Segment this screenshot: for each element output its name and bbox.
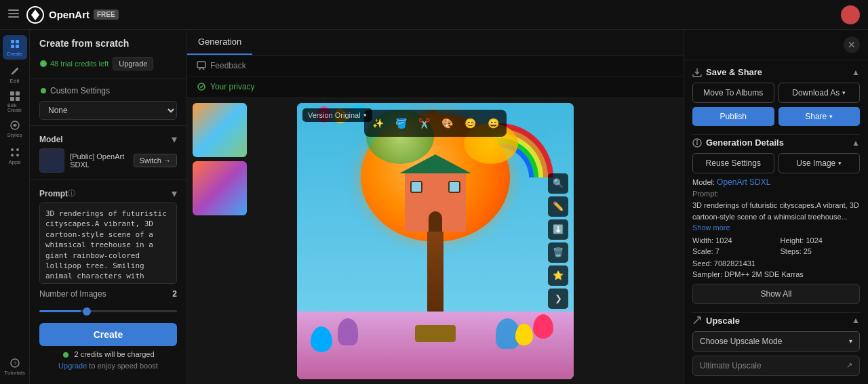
divider-3 (30, 179, 186, 180)
delete-btn[interactable]: 🗑️ (548, 242, 568, 263)
credits-badge: ↑ 48 trial credits left (39, 60, 108, 68)
download-as-button[interactable]: Download As ▾ (778, 83, 861, 103)
zoom-btn[interactable]: 🔍 (548, 173, 568, 194)
publish-button[interactable]: Publish (692, 107, 774, 126)
model-switch-button[interactable]: Switch → (134, 154, 177, 167)
icon-sidebar: Create Edit BulkCreate Styles Apps ? Tut… (0, 30, 30, 384)
save-share-row1: Move To Albums Download As ▾ (692, 83, 860, 103)
close-button[interactable]: ✕ (844, 37, 860, 53)
sidebar-item-create[interactable]: Create (3, 35, 27, 60)
none-select-row: None (30, 98, 186, 123)
ultimate-upscale-button[interactable]: Ultimate Upscale ↗ (692, 356, 860, 376)
svg-point-13 (11, 148, 14, 151)
thumbnail-1[interactable] (193, 103, 247, 157)
svg-text:?: ? (14, 360, 17, 366)
svg-point-21 (41, 88, 46, 93)
sidebar-item-edit-label: Edit (10, 78, 20, 84)
tool-face-btn[interactable]: 😊 (459, 112, 481, 134)
use-image-button[interactable]: Use Image ▾ (778, 153, 861, 173)
credits-text: 48 trial credits left (50, 60, 108, 68)
image-viewer: ✨ 🪣 ✂️ 🎨 😊 😄 Version Original ▾ 🔍 ✏️ ⬇️ (297, 103, 574, 379)
credits-charge-text: will be charged (104, 350, 154, 358)
switch-label: Switch (140, 156, 161, 165)
save-share-collapse[interactable]: ▲ (852, 68, 860, 77)
menu-icon[interactable] (8, 8, 19, 22)
treehouse-door (429, 211, 442, 232)
svg-rect-1 (8, 13, 19, 14)
logo: OpenArt FREE (8, 5, 119, 24)
sidebar-item-styles[interactable]: Styles (3, 116, 27, 141)
prompt-input[interactable]: 3D renderings of futuristic cityscapes.A… (39, 202, 177, 284)
gen-details-actions: Reuse Settings Use Image ▾ (692, 153, 860, 173)
prompt-chevron-icon[interactable]: ▾ (172, 187, 177, 200)
upgrade-button[interactable]: Upgrade (113, 57, 153, 70)
slider-row (30, 301, 186, 320)
svg-rect-2 (8, 16, 19, 18)
generation-details-section: Generation Details ▲ Reuse Settings Use … (692, 137, 860, 304)
left-panel: Create from scratch ↑ 48 trial credits l… (30, 30, 187, 384)
user-avatar[interactable] (841, 5, 860, 24)
create-button[interactable]: Create (39, 323, 177, 346)
sidebar-item-bulk[interactable]: BulkCreate (3, 89, 27, 114)
sampler-detail: Sampler: DPM++ 2M SDE Karras (692, 270, 860, 278)
share-button[interactable]: Share ▾ (778, 107, 861, 126)
svg-rect-5 (16, 40, 19, 43)
feedback-label[interactable]: Feedback (210, 61, 246, 70)
tool-color-btn[interactable]: 🎨 (436, 112, 458, 134)
version-badge[interactable]: Version Original ▾ (302, 108, 372, 122)
model-chevron[interactable]: ▾ (172, 133, 177, 146)
show-all-button[interactable]: Show All (692, 284, 860, 304)
upscale-section: Upscale ▲ Choose Upscale Mode ▾ Ultimate… (692, 316, 860, 376)
num-images-slider[interactable] (39, 310, 177, 312)
info-icon (692, 138, 702, 148)
privacy-icon (197, 82, 206, 91)
tool-crop-btn[interactable]: ✂️ (413, 112, 435, 134)
divider-1 (30, 79, 186, 79)
character-1 (338, 318, 358, 345)
num-images-label: Number of Images (39, 289, 106, 299)
download-btn[interactable]: ⬇️ (548, 219, 568, 240)
ultimate-arrow: ↗ (846, 361, 852, 370)
share-dropdown-arrow: ▾ (829, 113, 833, 120)
save-share-section: Save & Share ▲ Move To Albums Download A… (692, 67, 860, 126)
upgrade-speed-link[interactable]: Upgrade (58, 362, 87, 370)
choose-upscale-mode-button[interactable]: Choose Upscale Mode ▾ (692, 331, 860, 351)
switch-arrow-icon: → (163, 156, 171, 165)
tool-emoji-btn[interactable]: 😄 (482, 112, 504, 134)
nav-btn[interactable]: ❯ (548, 289, 568, 309)
custom-settings-select[interactable]: None (39, 101, 177, 120)
svg-point-22 (63, 352, 68, 358)
star-btn[interactable]: ⭐ (548, 265, 568, 286)
image-scene (297, 103, 574, 379)
tab-generation[interactable]: Generation (187, 30, 252, 55)
right-panel-body: Save & Share ▲ Move To Albums Download A… (684, 60, 868, 384)
move-to-albums-button[interactable]: Move To Albums (692, 83, 774, 103)
reuse-settings-button[interactable]: Reuse Settings (692, 153, 774, 173)
svg-rect-23 (197, 62, 205, 68)
prompt-info-icon: ⓘ (68, 188, 75, 198)
model-label: Model (39, 135, 63, 144)
image-toolbar: ✨ 🪣 ✂️ 🎨 😊 😄 (364, 110, 507, 137)
thumbnail-2[interactable] (193, 161, 247, 215)
treehouse-window (410, 181, 422, 193)
sidebar-item-tutorials[interactable]: ? Tutorials (3, 354, 27, 379)
num-images-row: Number of Images 2 (30, 284, 186, 301)
middle-panel: Generation Feedback Your privacy (187, 30, 684, 384)
upscale-collapse[interactable]: ▲ (852, 316, 860, 325)
edit-btn[interactable]: ✏️ (548, 196, 568, 217)
privacy-text: Your privacy (210, 82, 255, 91)
treehouse-roof (399, 154, 471, 173)
upscale-title: Upscale (692, 316, 740, 326)
gen-details-collapse[interactable]: ▲ (852, 138, 860, 148)
ground (297, 312, 574, 379)
sidebar-item-apps[interactable]: Apps (3, 144, 27, 168)
show-more-link[interactable]: Show more (692, 223, 730, 232)
model-link[interactable]: OpenArt SDXL (717, 177, 770, 187)
svg-rect-10 (10, 97, 14, 101)
sidebar-item-edit[interactable]: Edit (3, 62, 27, 87)
prompt-detail-label: Prompt: (692, 190, 860, 198)
feedback-row: Feedback (187, 56, 684, 77)
free-badge: FREE (94, 9, 119, 20)
svg-point-16 (16, 154, 19, 156)
tool-fill-btn[interactable]: 🪣 (390, 112, 412, 134)
